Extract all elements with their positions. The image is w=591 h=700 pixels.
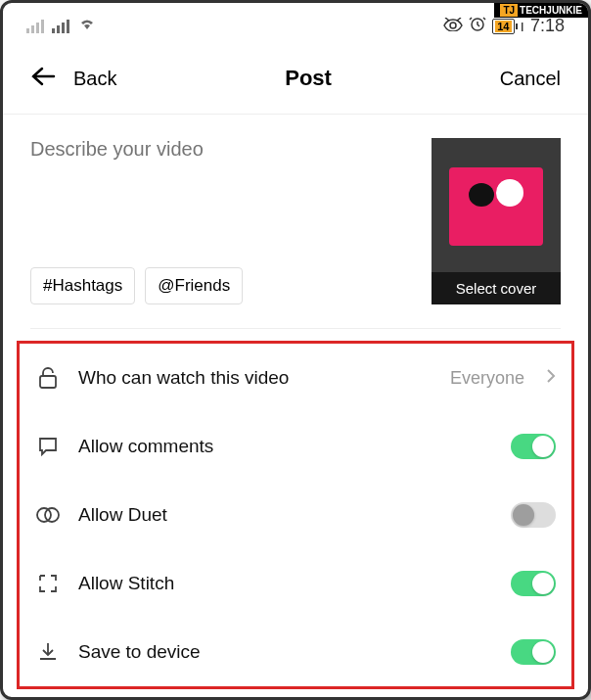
save-toggle[interactable] bbox=[511, 639, 556, 665]
duet-label: Allow Duet bbox=[78, 504, 493, 526]
settings-highlight-box: Who can watch this video Everyone Allow … bbox=[17, 341, 574, 689]
comments-label: Allow comments bbox=[78, 436, 493, 457]
svg-point-5 bbox=[45, 508, 59, 522]
save-label: Save to device bbox=[78, 641, 493, 663]
comment-icon bbox=[35, 434, 61, 459]
stitch-setting-row: Allow Stitch bbox=[20, 549, 571, 618]
stitch-label: Allow Stitch bbox=[78, 573, 493, 594]
duet-toggle[interactable] bbox=[511, 502, 556, 528]
techjunkie-logo: TJTECHJUNKIE bbox=[494, 3, 588, 18]
wifi-icon bbox=[77, 16, 97, 36]
description-input[interactable] bbox=[30, 138, 416, 161]
svg-point-4 bbox=[37, 508, 51, 522]
signal-primary-icon bbox=[52, 20, 69, 33]
svg-line-1 bbox=[457, 18, 461, 21]
unlock-icon bbox=[35, 365, 61, 391]
privacy-value: Everyone bbox=[450, 368, 524, 389]
select-cover-label: Select cover bbox=[432, 272, 561, 304]
stitch-toggle[interactable] bbox=[511, 571, 556, 596]
download-icon bbox=[35, 639, 61, 665]
video-cover-thumbnail[interactable]: Select cover bbox=[432, 138, 561, 304]
duet-setting-row: Allow Duet bbox=[20, 481, 571, 549]
page-title: Post bbox=[285, 66, 332, 91]
battery-indicator: 14 bbox=[492, 19, 514, 34]
nav-header: Back Post Cancel bbox=[3, 45, 588, 114]
clock-time: 7:18 bbox=[530, 16, 565, 36]
svg-rect-3 bbox=[40, 376, 56, 388]
privacy-setting-row[interactable]: Who can watch this video Everyone bbox=[20, 344, 571, 412]
comments-toggle[interactable] bbox=[511, 434, 556, 459]
chevron-right-icon bbox=[546, 368, 556, 389]
back-button[interactable]: Back bbox=[73, 68, 116, 90]
privacy-label: Who can watch this video bbox=[78, 367, 432, 389]
alarm-icon bbox=[469, 15, 486, 37]
cancel-button[interactable]: Cancel bbox=[500, 68, 561, 90]
save-setting-row: Save to device bbox=[20, 618, 571, 686]
signal-secondary-icon bbox=[26, 20, 44, 33]
battery-bar-icon: ı bbox=[521, 18, 524, 35]
duet-icon bbox=[35, 502, 61, 528]
back-arrow-icon[interactable] bbox=[30, 65, 56, 92]
comments-setting-row: Allow comments bbox=[20, 412, 571, 481]
eye-icon bbox=[443, 16, 463, 36]
stitch-icon bbox=[35, 571, 61, 596]
hashtags-button[interactable]: #Hashtags bbox=[30, 267, 135, 304]
svg-line-0 bbox=[445, 18, 449, 21]
friends-button[interactable]: @Friends bbox=[145, 267, 243, 304]
